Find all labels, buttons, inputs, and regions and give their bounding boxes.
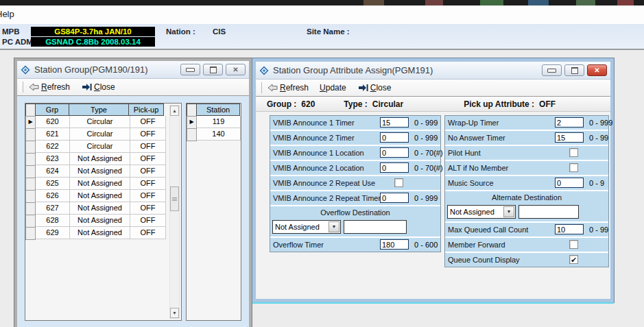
scroll-down-icon[interactable]: ▼ bbox=[170, 308, 179, 318]
value-input[interactable] bbox=[555, 132, 584, 143]
table-row[interactable]: ▶620CircularOFF bbox=[25, 116, 181, 128]
cell-grp: 620 bbox=[36, 116, 70, 128]
row-selector[interactable] bbox=[25, 165, 36, 178]
row-selector[interactable] bbox=[25, 141, 36, 154]
close-button[interactable]: ✕ bbox=[587, 64, 607, 76]
scroll-up-icon[interactable]: ▲ bbox=[170, 106, 179, 116]
table-row[interactable]: 629Not AssignedOFF bbox=[25, 227, 181, 239]
minimize-button[interactable] bbox=[180, 64, 200, 75]
table-row[interactable]: 624Not AssignedOFF bbox=[25, 165, 181, 178]
pickup-attribute-label: Pick up Attribute : bbox=[464, 99, 534, 109]
table-row[interactable]: 625Not AssignedOFF bbox=[25, 178, 181, 190]
row-selector[interactable] bbox=[25, 128, 36, 141]
group-grid-host: GrpTypePick-up▶620CircularOFF621Circular… bbox=[25, 103, 182, 321]
table-row[interactable]: 627Not AssignedOFF bbox=[25, 202, 181, 215]
table-row[interactable]: 628Not AssignedOFF bbox=[25, 215, 181, 227]
row-selector[interactable] bbox=[25, 215, 36, 228]
column-header-grp[interactable]: Grp bbox=[35, 104, 69, 116]
toolbar-grip[interactable] bbox=[20, 82, 23, 93]
checkbox[interactable]: ✔ bbox=[569, 255, 578, 264]
menu-help[interactable]: Help bbox=[0, 9, 14, 19]
row-selector[interactable] bbox=[25, 190, 36, 203]
row-selector[interactable] bbox=[25, 227, 36, 240]
column-header-station[interactable]: Station bbox=[196, 104, 240, 116]
group-table-scrollbar[interactable]: ▲ ▼ bbox=[169, 105, 180, 319]
cell-pickup: OFF bbox=[130, 153, 166, 165]
close-label: Close bbox=[94, 82, 115, 92]
window-diamond-icon bbox=[259, 66, 269, 75]
destination-label: Alternate Destination bbox=[445, 191, 608, 204]
refresh-arrow-icon bbox=[29, 83, 39, 91]
value-input[interactable] bbox=[555, 178, 584, 188]
value-input[interactable] bbox=[555, 117, 584, 128]
close-tool-button[interactable]: Close bbox=[357, 83, 392, 93]
right-field-panel: Wrap-Up Timer0 - 999No Answer Timer0 - 9… bbox=[444, 115, 609, 267]
mpb-version-value: GS84P-3.7ha JAN/10 bbox=[31, 27, 155, 36]
table-row[interactable]: 621CircularOFF bbox=[25, 128, 181, 141]
restore-button[interactable] bbox=[564, 64, 584, 76]
pcadm-label: PC ADM bbox=[2, 38, 33, 46]
window-title: Station Group Attribute Assign(PGM191) bbox=[273, 65, 542, 75]
minimize-button[interactable] bbox=[542, 64, 562, 76]
desktop-wallpaper-strip bbox=[0, 0, 644, 5]
field-label: VMIB Announce 2 Timer bbox=[273, 131, 355, 145]
column-header-pickup[interactable]: Pick-up bbox=[128, 104, 164, 116]
table-row[interactable]: ▶119 bbox=[187, 116, 241, 128]
destination-input[interactable] bbox=[344, 220, 407, 234]
table-row[interactable]: 623Not AssignedOFF bbox=[25, 153, 181, 165]
refresh-button[interactable]: Refresh bbox=[29, 82, 70, 92]
scroll-thumb[interactable] bbox=[170, 186, 179, 211]
restore-button[interactable] bbox=[203, 64, 223, 75]
refresh-button[interactable]: Refresh bbox=[267, 83, 309, 93]
cell-type: Not Assigned bbox=[70, 190, 130, 202]
destination-block: Overflow DestinationNot Assigned▼ bbox=[270, 206, 440, 238]
value-input[interactable] bbox=[380, 117, 409, 128]
table-row[interactable]: 622CircularOFF bbox=[25, 141, 181, 153]
mpb-label: MPB bbox=[2, 27, 20, 36]
field-label: Wrap-Up Timer bbox=[448, 116, 499, 130]
dropdown-selected-value: Not Assigned bbox=[448, 208, 503, 216]
cell-pickup: OFF bbox=[130, 190, 166, 202]
column-header-type[interactable]: Type bbox=[69, 104, 129, 116]
checkbox[interactable] bbox=[394, 178, 403, 187]
chevron-down-icon[interactable]: ▼ bbox=[329, 221, 339, 232]
current-row-arrow-icon[interactable]: ▶ bbox=[187, 116, 197, 129]
row-selector[interactable] bbox=[25, 178, 36, 191]
pickup-attribute-value: OFF bbox=[539, 99, 556, 109]
attribute-assign-titlebar[interactable]: Station Group Attribute Assign(PGM191) ✕ bbox=[256, 62, 610, 80]
close-button[interactable]: ✕ bbox=[226, 64, 246, 75]
cell-grp: 627 bbox=[36, 202, 70, 215]
attribute-assign-toolbar: Refresh Update Close bbox=[256, 80, 610, 97]
chevron-down-icon[interactable]: ▼ bbox=[503, 206, 514, 217]
close-tool-button[interactable]: Close bbox=[81, 82, 115, 92]
current-row-arrow-icon[interactable]: ▶ bbox=[25, 116, 36, 129]
minimize-icon bbox=[186, 68, 195, 72]
destination-dropdown[interactable]: Not Assigned▼ bbox=[447, 205, 516, 219]
toolbar-grip[interactable] bbox=[259, 82, 262, 93]
value-input[interactable] bbox=[380, 162, 409, 173]
field-label: VMIB Announce 2 Location bbox=[273, 161, 364, 175]
destination-dropdown[interactable]: Not Assigned▼ bbox=[272, 220, 341, 234]
cell-pickup: OFF bbox=[130, 141, 166, 153]
value-input[interactable] bbox=[380, 193, 409, 203]
checkbox[interactable] bbox=[569, 240, 578, 249]
cell-type: Not Assigned bbox=[70, 227, 130, 239]
row-selector[interactable] bbox=[187, 128, 197, 141]
table-row[interactable]: 140 bbox=[187, 128, 241, 141]
value-input[interactable] bbox=[380, 239, 409, 250]
checkbox[interactable] bbox=[569, 148, 578, 157]
type-value: Circular bbox=[372, 99, 403, 109]
value-input[interactable] bbox=[380, 132, 409, 143]
form-row: VMIB Announce 2 Repeat Timer0 - 999 bbox=[270, 191, 440, 206]
value-input[interactable] bbox=[380, 147, 409, 158]
value-input[interactable] bbox=[555, 224, 584, 234]
checkbox[interactable] bbox=[569, 163, 578, 172]
row-selector[interactable] bbox=[25, 153, 36, 166]
station-group-titlebar[interactable]: Station Group(PGM190/191) ✕ bbox=[17, 61, 249, 79]
row-selector[interactable] bbox=[25, 202, 36, 215]
form-row: VMIB Announce 1 Location0 - 70(#) bbox=[270, 146, 440, 161]
update-button[interactable]: Update bbox=[320, 83, 346, 93]
cell-type: Circular bbox=[70, 116, 130, 128]
destination-input[interactable] bbox=[518, 205, 579, 219]
table-row[interactable]: 626Not AssignedOFF bbox=[25, 190, 181, 202]
